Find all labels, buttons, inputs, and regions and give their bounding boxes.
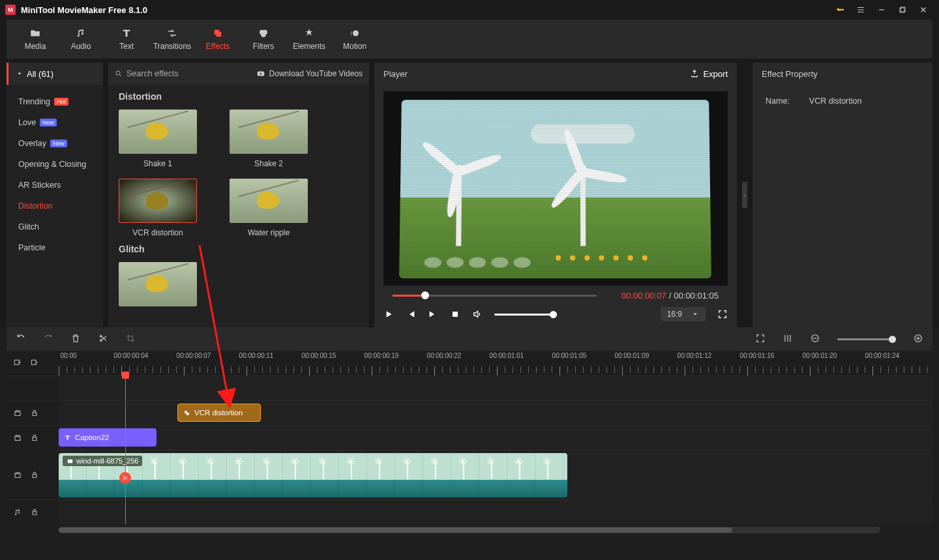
audio-track bbox=[7, 499, 932, 524]
section-title-glitch: Glitch bbox=[119, 244, 359, 254]
close-icon[interactable] bbox=[913, 0, 934, 20]
effect-thumb-glitch-1[interactable] bbox=[119, 262, 197, 306]
svg-point-18 bbox=[123, 479, 125, 480]
upgrade-key-icon[interactable] bbox=[829, 0, 850, 20]
effect-thumb-vcr-distortion[interactable]: VCR distortion bbox=[119, 179, 197, 237]
delete-button[interactable] bbox=[70, 333, 81, 346]
sidebar-item-overlay[interactable]: OverlayNew bbox=[7, 133, 103, 154]
badge-hot: Hot bbox=[54, 98, 68, 106]
zoom-in-button[interactable] bbox=[913, 333, 923, 346]
ribbon-tab-filters[interactable]: Filters bbox=[241, 20, 286, 59]
zoom-slider[interactable] bbox=[837, 338, 896, 340]
pane-collapse-handle[interactable]: › bbox=[742, 63, 747, 327]
timeline: 00:0000:00:00:0400:00:00:0700:00:00:1100… bbox=[0, 327, 939, 560]
time-ruler[interactable]: 00:0000:00:00:0400:00:00:0700:00:00:1100… bbox=[59, 351, 932, 376]
effects-gallery: Search effects Download YouTube Videos D… bbox=[108, 63, 369, 327]
svg-rect-3 bbox=[216, 32, 222, 37]
svg-rect-27 bbox=[68, 459, 72, 463]
maximize-icon[interactable] bbox=[892, 0, 913, 20]
export-button[interactable]: Export bbox=[690, 69, 728, 79]
player-title: Player bbox=[383, 69, 408, 79]
sidebar-item-trending[interactable]: TrendingHot bbox=[7, 91, 103, 112]
menu-icon[interactable] bbox=[850, 0, 871, 20]
ribbon-tab-elements[interactable]: Elements bbox=[287, 20, 331, 59]
svg-rect-22 bbox=[186, 413, 189, 415]
ribbon-tab-effects[interactable]: Effects bbox=[196, 20, 240, 59]
crop-button[interactable] bbox=[125, 333, 136, 346]
sidebar-item-love[interactable]: LoveNew bbox=[7, 112, 103, 133]
effect-thumb-shake-2[interactable]: Shake 2 bbox=[230, 110, 308, 168]
download-youtube-link[interactable]: Download YouTube Videos bbox=[256, 69, 363, 78]
video-clip-label: wind-mill-6875_256 bbox=[63, 456, 142, 466]
property-panel: Effect Property Name: VCR distortion bbox=[753, 63, 932, 327]
svg-rect-24 bbox=[33, 437, 37, 440]
svg-rect-19 bbox=[15, 411, 20, 415]
effect-clip[interactable]: VCR distortion bbox=[177, 404, 261, 422]
svg-rect-26 bbox=[33, 474, 37, 477]
minimize-icon[interactable] bbox=[871, 0, 892, 20]
title-bar: M MiniTool MovieMaker Free 8.1.0 bbox=[0, 0, 939, 20]
effect-thumb-shake-1[interactable]: Shake 1 bbox=[119, 110, 197, 168]
caption-clip[interactable]: Caption22 bbox=[59, 428, 156, 447]
markers-icon[interactable] bbox=[782, 333, 793, 346]
sidebar-item-particle[interactable]: Particle bbox=[7, 237, 103, 258]
undo-button[interactable] bbox=[16, 333, 26, 346]
aspect-ratio-select[interactable]: 16:9 bbox=[661, 307, 706, 321]
player-time: 00:00:00:07/00:00:01:05 bbox=[621, 291, 719, 301]
search-input[interactable]: Search effects bbox=[115, 69, 179, 78]
timeline-tools bbox=[7, 351, 59, 376]
collapse-track-icon[interactable] bbox=[30, 359, 39, 368]
add-track-icon[interactable] bbox=[13, 359, 22, 368]
redo-button[interactable] bbox=[43, 333, 53, 346]
svg-point-8 bbox=[116, 71, 120, 75]
ribbon-tab-transitions[interactable]: Transitions bbox=[150, 20, 194, 59]
player-seek-bar[interactable] bbox=[393, 289, 597, 301]
play-button[interactable] bbox=[383, 309, 394, 319]
effect-track: VCR distortion bbox=[7, 400, 932, 425]
svg-rect-28 bbox=[33, 511, 37, 514]
app-title: MiniTool MovieMaker Free 8.1.0 bbox=[21, 5, 829, 15]
volume-icon[interactable] bbox=[472, 309, 483, 319]
next-frame-button[interactable] bbox=[428, 309, 438, 319]
svg-rect-25 bbox=[15, 473, 20, 477]
ribbon-tab-text[interactable]: Text bbox=[104, 20, 149, 59]
ribbon-tab-motion[interactable]: Motion bbox=[333, 20, 377, 59]
prev-frame-button[interactable] bbox=[406, 309, 416, 319]
sidebar-item-opening-closing[interactable]: Opening & Closing bbox=[7, 154, 103, 175]
sidebar-item-ar-stickers[interactable]: AR Stickers bbox=[7, 175, 103, 196]
stop-button[interactable] bbox=[450, 309, 460, 319]
svg-rect-10 bbox=[453, 312, 458, 317]
video-clip[interactable]: wind-mill-6875_256 bbox=[59, 453, 567, 497]
svg-point-7 bbox=[353, 31, 359, 37]
sidebar-header[interactable]: All (61) bbox=[7, 63, 103, 85]
fit-zoom-icon[interactable] bbox=[755, 333, 766, 346]
gallery-header: Search effects Download YouTube Videos bbox=[108, 63, 369, 85]
svg-rect-23 bbox=[15, 436, 20, 440]
playhead[interactable] bbox=[125, 376, 126, 524]
ribbon: Media Audio Text Transitions Effects Fil… bbox=[7, 20, 932, 59]
app-logo-icon: M bbox=[5, 5, 16, 15]
section-title-distortion: Distortion bbox=[119, 91, 359, 102]
property-title: Effect Property bbox=[753, 63, 932, 85]
main-area: All (61) TrendingHot LoveNew OverlayNew … bbox=[0, 63, 939, 327]
fullscreen-icon[interactable] bbox=[717, 309, 728, 319]
svg-point-11 bbox=[100, 335, 102, 337]
ribbon-tab-audio[interactable]: Audio bbox=[59, 20, 103, 59]
effect-thumb-water-ripple[interactable]: Water ripple bbox=[230, 179, 308, 237]
property-name-value: VCR distortion bbox=[809, 96, 862, 106]
player-panel: Player Export 00:00:00:07/00:00:01:05 bbox=[374, 63, 737, 327]
timeline-h-scrollbar[interactable] bbox=[59, 527, 880, 533]
split-handle-icon[interactable] bbox=[119, 472, 131, 484]
effects-sidebar: All (61) TrendingHot LoveNew OverlayNew … bbox=[7, 63, 103, 327]
badge-new: New bbox=[50, 140, 67, 147]
split-button[interactable] bbox=[98, 333, 108, 346]
sidebar-item-distortion[interactable]: Distortion bbox=[7, 196, 103, 216]
timeline-toolbar bbox=[7, 327, 932, 351]
player-preview[interactable] bbox=[383, 91, 728, 286]
sidebar-item-glitch[interactable]: Glitch bbox=[7, 216, 103, 237]
volume-slider[interactable] bbox=[494, 314, 557, 316]
zoom-out-button[interactable] bbox=[810, 333, 820, 346]
ribbon-tab-media[interactable]: Media bbox=[13, 20, 57, 59]
spacer-track bbox=[7, 376, 932, 400]
caption-track: Caption22 bbox=[7, 425, 932, 450]
